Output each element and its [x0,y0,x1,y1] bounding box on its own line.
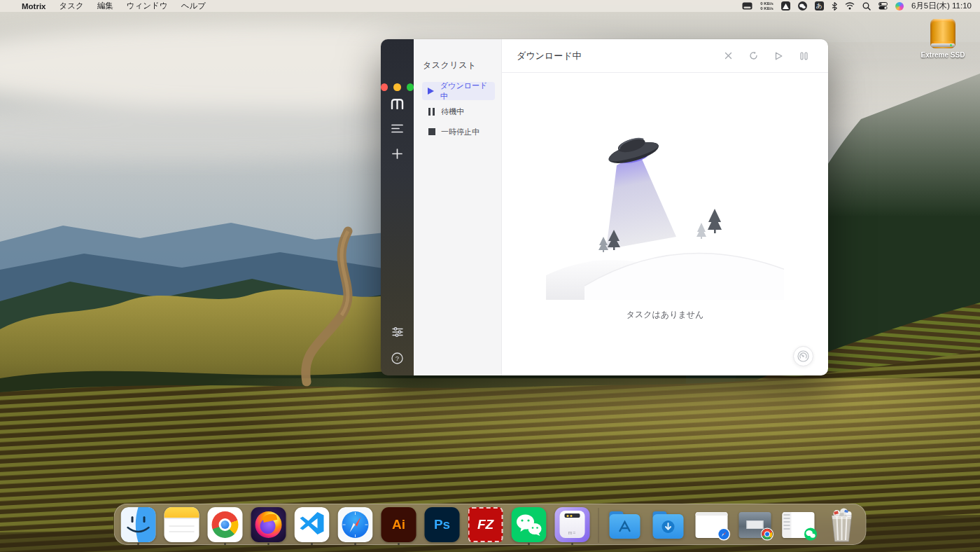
task-filter-downloading[interactable]: ダウンロード中 [422,82,495,100]
traffic-lights [381,83,414,91]
dock-applications-folder[interactable] [608,507,643,543]
dock-window-preview-chrome[interactable] [738,507,773,543]
dock-motrix[interactable]: m= [555,507,590,543]
menu-bar-clock[interactable]: 6月5日(木) 11:10 [911,1,972,11]
delete-task-icon[interactable] [723,51,733,61]
zoom-window-button[interactable] [407,83,414,91]
bluetooth-icon[interactable] [832,1,837,11]
running-indicator [267,543,270,545]
preferences-icon[interactable] [390,324,405,340]
dock-trash[interactable] [825,507,860,543]
wechat-status-icon[interactable] [798,1,807,11]
app-menu-title[interactable]: Motrix [22,2,46,11]
svg-text:?: ? [396,354,399,362]
help-icon[interactable]: ? [390,350,405,366]
app-store-glyph [610,514,640,539]
dock: Ai Ps FZ m= [114,504,867,545]
dock-finder[interactable] [121,507,156,543]
download-glyph [653,514,684,539]
task-list-icon[interactable] [390,120,405,136]
speed-limit-button[interactable] [793,346,813,366]
page-title: ダウンロード中 [517,50,723,62]
dock-downloads-folder[interactable] [651,507,686,543]
external-drive[interactable]: Extreme SSD [916,19,970,59]
running-indicator [398,543,400,545]
pause-all-icon[interactable] [799,51,808,61]
dock-safari[interactable] [338,507,373,543]
running-indicator [571,543,573,545]
task-list-title: タスクリスト [414,39,501,71]
ssd-drive-icon [930,19,955,48]
search-icon[interactable] [862,1,871,11]
stop-icon [428,128,435,135]
task-filter-waiting[interactable]: 待機中 [422,102,495,120]
close-window-button[interactable] [381,83,388,91]
pause-icon [428,108,435,116]
motrix-logo [390,95,405,111]
ime-badge[interactable]: あ [815,1,824,11]
network-speed-widget[interactable]: 0 KB/s0 KB/s [760,1,774,11]
dock-firefox[interactable] [251,507,286,543]
display-icon[interactable] [742,1,752,11]
empty-state-illustration [546,133,784,303]
dock-window-preview-safari[interactable] [694,507,729,543]
control-center-icon[interactable] [878,1,888,11]
task-filter-stopped[interactable]: 一時停止中 [422,123,495,141]
dock-vscode[interactable] [295,507,330,543]
dock-wechat[interactable] [512,507,547,543]
running-indicator [528,543,530,545]
window-sidebar: ? [381,39,414,375]
refresh-icon[interactable] [748,51,758,61]
drive-label: Extreme SSD [916,51,970,59]
siri-icon[interactable] [895,2,904,11]
dock-separator [598,508,599,543]
menu-edit[interactable]: 編集 [97,1,113,11]
motrix-window: ? タスクリスト ダウンロード中 待機中 一時停止中 ダウンロード中 [381,39,828,375]
main-content: ダウンロード中 [502,39,828,375]
running-indicator [224,543,226,545]
minimize-window-button[interactable] [393,83,400,91]
task-list-panel: タスクリスト ダウンロード中 待機中 一時停止中 [414,39,502,375]
menu-task[interactable]: タスク [59,1,84,11]
menu-help[interactable]: ヘルプ [181,1,206,11]
dock-photoshop[interactable]: Ps [425,507,460,543]
resume-all-icon[interactable] [774,51,783,61]
dock-notes[interactable] [164,507,200,543]
dock-chrome[interactable] [208,507,243,543]
menu-bar: Motrix タスク 編集 ウィンドウ ヘルプ 0 KB/s0 KB/s あ [0,0,980,12]
play-icon [428,88,435,95]
empty-state-text: タスクはありません [626,309,704,321]
running-indicator [137,543,139,545]
wifi-icon[interactable] [845,1,855,11]
running-indicator [354,543,356,545]
add-task-icon[interactable] [390,146,405,161]
screenshot-icon[interactable] [781,1,790,11]
dock-window-preview-wechat[interactable] [781,507,816,543]
dock-illustrator[interactable]: Ai [382,507,416,543]
running-indicator [311,543,313,545]
menu-window[interactable]: ウィンドウ [127,1,168,11]
dock-filezilla[interactable]: FZ [468,507,503,543]
